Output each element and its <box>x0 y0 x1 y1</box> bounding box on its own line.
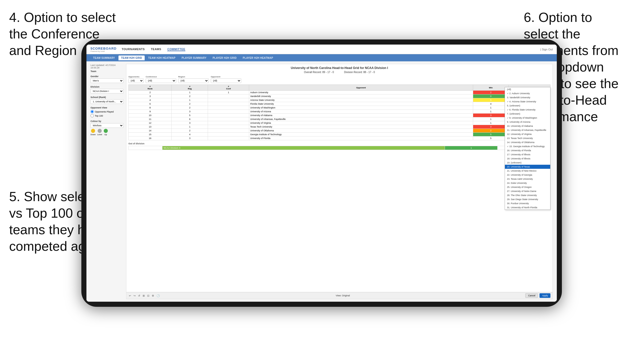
redo-btn[interactable]: ↪ <box>133 294 136 298</box>
dropdown-item[interactable]: 17. University of Illinois <box>505 152 550 157</box>
division-record-label: Division Record: <box>344 71 363 74</box>
opponent-cell: Auburn University <box>249 91 473 94</box>
colour-section: Colour by Win/loss Down Level <box>91 120 124 136</box>
dropdown-item[interactable]: 3. Vanderbilt University <box>505 95 550 100</box>
overall-record: Overall Record: 89 - 17 - 0 <box>304 71 334 74</box>
win-cell: 3 <box>473 125 508 129</box>
dropdown-item[interactable]: 20. University of Texas <box>505 165 550 169</box>
subnav-team-summary[interactable]: TEAM SUMMARY <box>91 55 117 60</box>
dropdown-item[interactable]: 11. University of Arkansas, Fayetteville <box>505 128 550 132</box>
radio-top100[interactable]: Top 100 <box>91 114 124 117</box>
zoom-btn[interactable]: ⊞ <box>142 294 145 298</box>
school-select[interactable]: 1. University of North... <box>91 99 124 104</box>
dropdown-item[interactable]: 8. University of Washington <box>505 116 550 120</box>
table-row: 3 2 Vanderbilt University 0 4 <box>129 94 550 98</box>
gender-label: Gender <box>91 75 124 78</box>
main-content: Last Updated: 4/17/2024 16:55:28 Team Ge… <box>86 61 557 302</box>
sub-nav: TEAM SUMMARY TEAM H2H GRID TEAM H2H HEAT… <box>86 54 557 61</box>
rag-cell: 2 <box>172 94 208 98</box>
dropdown-item[interactable]: 18. University of Illinois <box>505 157 550 161</box>
dropdown-item[interactable]: 4. Arizona State University <box>505 100 550 104</box>
dropdown-item[interactable]: 15. Georgia Institute of Technology <box>505 144 550 148</box>
dropdown-item[interactable]: 9. University of Arizona <box>505 120 550 124</box>
opponents-filter-select[interactable]: (All) <box>128 78 144 83</box>
opponent-cell: Florida State University <box>249 102 473 106</box>
out-of-division-row: NCAA Division II 1 0 <box>129 146 550 150</box>
dropdown-item[interactable]: 6. Florida State University <box>505 108 550 112</box>
settings-btn[interactable]: ⚙ <box>151 294 155 298</box>
conf-cell <box>208 136 249 140</box>
rag-cell: 4 <box>172 133 208 136</box>
out-division-win: 1 <box>445 146 498 150</box>
division-select[interactable]: NCAA Division I <box>91 89 124 93</box>
table-row: 4 1 Arizona State University 5 1 <box>129 98 550 102</box>
conference-filter-select[interactable]: (All) <box>146 78 176 83</box>
out-division-name <box>129 146 162 150</box>
dropdown-item[interactable]: 5. (unknown) <box>505 104 550 108</box>
rank-cell: 9 <box>129 110 172 114</box>
table-row: 6 2 Florida State University 4 2 <box>129 102 550 106</box>
cancel-button[interactable]: Cancel <box>525 293 538 298</box>
dropdown-item[interactable]: 14. University of Oklahoma <box>505 140 550 144</box>
dropdown-item[interactable]: 22. University of Georgia <box>505 173 550 177</box>
rag-cell: 2 <box>172 106 208 110</box>
conf-cell <box>208 106 249 110</box>
opponents-filter-group: Opponents: (All) <box>128 76 144 83</box>
dropdown-item[interactable]: 27. University of Notre Dame <box>505 189 550 193</box>
dropdown-item[interactable]: 7. (unknown) <box>505 112 550 116</box>
division-section: Division NCAA Division I <box>91 86 124 93</box>
clock-btn[interactable]: 🕐 <box>156 294 160 298</box>
dropdown-item[interactable]: 30. Purdue University <box>505 201 550 205</box>
dropdown-item[interactable]: 16. University of Florida <box>505 148 550 152</box>
undo-btn[interactable]: ↩ <box>128 294 131 298</box>
table-row: 2 1 1 Auburn University 2 1 <box>129 91 550 94</box>
dropdown-item[interactable]: 28. The Ohio State University <box>505 193 550 197</box>
win-cell: 5 <box>473 136 508 140</box>
division-record-value: 88 - 17 - 0 <box>363 71 375 74</box>
dropdown-item[interactable]: 29. San Diego State University <box>505 197 550 201</box>
reset-btn[interactable]: ↺ <box>138 294 141 298</box>
nav-sign-out[interactable]: | Sign Out <box>540 48 553 51</box>
col-rank: #Rank <box>129 85 172 91</box>
legend-up-label: Up <box>104 133 107 136</box>
school-section: School (Rank) 1. University of North... <box>91 96 124 104</box>
table-row: 14 2 University of Oklahoma 2 2 <box>129 129 550 133</box>
table-row: 12 3 University of Virginia 1 0 <box>129 121 550 125</box>
opponent-cell: University of Virginia <box>249 121 473 125</box>
region-filter-select[interactable]: (All) <box>178 78 209 83</box>
dropdown-item[interactable]: 2. Auburn University <box>505 91 550 95</box>
subnav-team-h2h-grid[interactable]: TEAM H2H GRID <box>118 55 145 60</box>
panel-title: University of North Carolina Head-to-Hea… <box>128 66 550 70</box>
subnav-player-summary[interactable]: PLAYER SUMMARY <box>179 55 209 60</box>
dropdown-item[interactable]: 23. Texas A&M University <box>505 177 550 181</box>
conf-cell <box>208 102 249 106</box>
nav-committee[interactable]: COMMITTEE <box>167 48 185 51</box>
dropdown-item[interactable]: 25. University of Oregon <box>505 185 550 189</box>
conf-cell <box>208 110 249 114</box>
gender-select[interactable]: Men's <box>91 78 124 83</box>
apply-button[interactable]: Apply <box>540 293 550 298</box>
opponent-cell: University of Arkansas, Fayetteville <box>249 117 473 121</box>
copy-btn[interactable]: ⊡ <box>147 294 150 298</box>
dropdown-item[interactable]: 21. University of New Mexico <box>505 169 550 173</box>
subnav-team-h2h-heatmap[interactable]: TEAM H2H HEATMAP <box>146 55 178 60</box>
win-cell: 1 <box>473 110 508 114</box>
dropdown-item[interactable]: 10. University of Alabama <box>505 124 550 128</box>
radio-opponents-played[interactable]: Opponents Played <box>91 110 124 113</box>
dropdown-item[interactable]: (All) <box>505 87 550 91</box>
nav-teams[interactable]: TEAMS <box>151 48 161 51</box>
subnav-player-h2h-heatmap[interactable]: PLAYER H2H HEATMAP <box>240 55 276 60</box>
toolbar-view: View: Original <box>336 294 350 297</box>
nav-tournaments[interactable]: TOURNAMENTS <box>122 48 145 51</box>
conference-filter-group: Conference (All) <box>146 76 176 83</box>
legend-up-circle <box>104 129 108 133</box>
dropdown-item[interactable]: 24. Duke University <box>505 181 550 185</box>
colour-by-select[interactable]: Win/loss <box>91 123 124 128</box>
dropdown-item[interactable]: 12. University of Virginia <box>505 132 550 136</box>
dropdown-item[interactable]: 13. Texas Tech University <box>505 136 550 140</box>
dropdown-item[interactable]: 31. University of North Florida <box>505 205 550 210</box>
dropdown-item[interactable]: 19. (unknown) <box>505 161 550 165</box>
opponent-filter-select[interactable]: (All) <box>211 78 241 83</box>
logo-subtitle: Powered by Lexid <box>91 50 116 52</box>
subnav-player-h2h-grid[interactable]: PLAYER H2H GRID <box>210 55 239 60</box>
